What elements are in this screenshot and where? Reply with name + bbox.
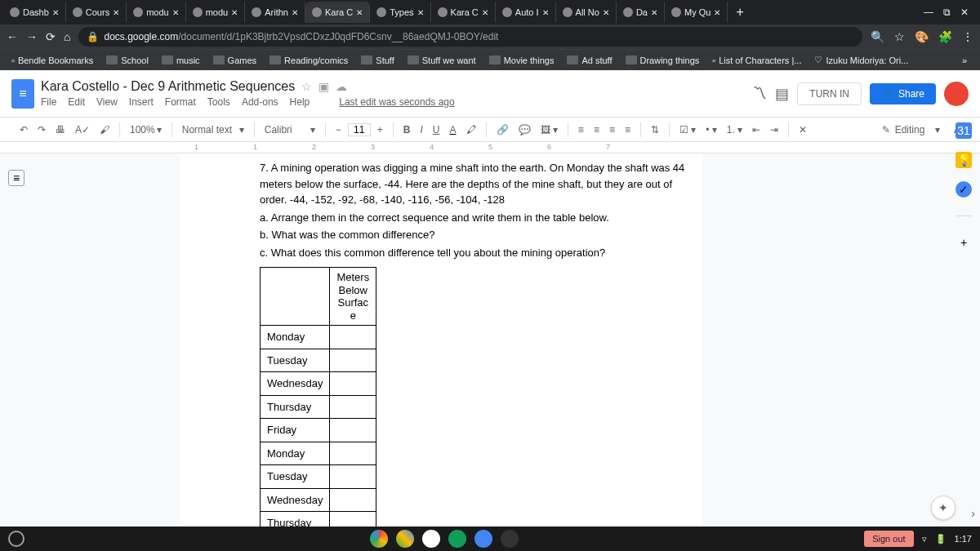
table-cell-value[interactable]: [330, 442, 376, 465]
clear-format-icon[interactable]: ✕: [795, 124, 810, 136]
new-tab-button[interactable]: +: [728, 5, 751, 20]
indent-icon[interactable]: ⇥: [767, 124, 782, 136]
font-size-input[interactable]: [348, 123, 371, 136]
paragraph-b[interactable]: b. What was the common difference?: [260, 227, 686, 243]
home-icon[interactable]: ⌂: [64, 30, 70, 43]
bookmark-item[interactable]: Stuff: [356, 55, 399, 65]
menu-format[interactable]: Format: [165, 96, 196, 108]
bookmark-item[interactable]: School: [101, 55, 154, 65]
share-button[interactable]: 👤Share: [870, 83, 936, 104]
zoom-select[interactable]: 100% ▾: [127, 124, 165, 136]
table-cell-day[interactable]: Monday: [261, 442, 330, 465]
align-center-icon[interactable]: ≡: [590, 124, 603, 136]
table-cell-value[interactable]: [330, 488, 376, 512]
table-cell-day[interactable]: Monday: [261, 326, 330, 349]
reload-icon[interactable]: ⟳: [46, 30, 56, 43]
menu-file[interactable]: File: [41, 96, 56, 108]
browser-tab[interactable]: modu✕: [127, 2, 186, 23]
table-cell-value[interactable]: [330, 419, 376, 442]
tab-close-icon[interactable]: ✕: [417, 8, 424, 17]
bookmark-item[interactable]: Drawing things: [621, 55, 705, 65]
table-cell-value[interactable]: [330, 395, 376, 419]
number-list-icon[interactable]: 1. ▾: [724, 124, 746, 136]
table-cell-day[interactable]: Tuesday: [261, 465, 330, 489]
bookmark-item[interactable]: Ad stuff: [562, 55, 617, 65]
outline-icon[interactable]: ≡: [8, 170, 24, 186]
browser-tab[interactable]: Da✕: [617, 2, 665, 23]
menu-add-ons[interactable]: Add-ons: [242, 96, 278, 108]
link-icon[interactable]: 🔗: [493, 124, 512, 136]
turn-in-button[interactable]: TURN IN: [797, 82, 862, 105]
table-cell-value[interactable]: [330, 465, 376, 489]
tab-close-icon[interactable]: ✕: [356, 8, 363, 17]
browser-tab[interactable]: Kara C✕: [431, 2, 496, 23]
outdent-icon[interactable]: ⇤: [749, 124, 764, 136]
text-color-icon[interactable]: A: [447, 124, 460, 136]
browser-tab[interactable]: Types✕: [370, 2, 430, 23]
align-left-icon[interactable]: ≡: [575, 124, 587, 136]
ruler[interactable]: 1 1 2 3 4 5 6 7: [0, 142, 980, 153]
tab-close-icon[interactable]: ✕: [651, 8, 657, 17]
bookmark-item[interactable]: Games: [208, 55, 261, 65]
keep-addon-icon[interactable]: 💡: [956, 152, 972, 168]
last-edit-link[interactable]: Last edit was seconds ago: [339, 96, 454, 108]
table-cell-day[interactable]: Thursday: [261, 512, 330, 527]
browser-tab[interactable]: Kara C✕: [305, 2, 370, 23]
explore-button[interactable]: ✦: [931, 495, 956, 520]
tab-close-icon[interactable]: ✕: [292, 8, 298, 17]
browser-tab[interactable]: Dashb✕: [3, 2, 66, 23]
puzzle-icon[interactable]: 🧩: [938, 30, 952, 43]
close-window-icon[interactable]: ✕: [960, 7, 969, 18]
addons-plus-icon[interactable]: +: [956, 234, 972, 251]
tab-close-icon[interactable]: ✕: [714, 8, 720, 17]
bookmark-item[interactable]: music: [157, 55, 205, 65]
document-page[interactable]: 7. A mining operation was digging a mine…: [180, 153, 702, 527]
camera-app-icon[interactable]: [474, 530, 492, 548]
font-size-dec[interactable]: −: [332, 124, 345, 136]
browser-tab[interactable]: All No✕: [556, 2, 617, 23]
checklist-icon[interactable]: ☑ ▾: [676, 124, 699, 136]
app-icon-3[interactable]: [422, 530, 440, 548]
bullet-list-icon[interactable]: • ▾: [702, 124, 720, 136]
comment-icon[interactable]: 💬: [515, 124, 534, 136]
scroll-right-icon[interactable]: ›: [971, 507, 975, 520]
app-icon-6[interactable]: [501, 530, 519, 548]
url-input[interactable]: 🔒 docs.google.com/document/d/1pK3Bjtrb2V…: [78, 27, 862, 47]
clock[interactable]: 1:17: [955, 534, 972, 544]
days-table[interactable]: MetersBelowSurface MondayTuesdayWednesda…: [260, 267, 376, 527]
activity-icon[interactable]: 〽: [752, 85, 767, 102]
table-cell-day[interactable]: Wednesday: [261, 488, 330, 512]
battery-icon[interactable]: 🔋: [935, 534, 947, 544]
image-icon[interactable]: 🖼 ▾: [537, 124, 561, 136]
comments-icon[interactable]: ▤: [775, 85, 789, 103]
style-select[interactable]: Normal text ▾: [179, 124, 247, 136]
wifi-icon[interactable]: ▿: [922, 534, 927, 544]
move-icon[interactable]: ▣: [318, 80, 329, 93]
bold-icon[interactable]: B: [400, 124, 414, 136]
tab-close-icon[interactable]: ✕: [113, 8, 119, 17]
align-right-icon[interactable]: ≡: [606, 124, 618, 136]
tab-close-icon[interactable]: ✕: [542, 8, 549, 17]
launcher-icon[interactable]: [8, 531, 24, 547]
tasks-addon-icon[interactable]: ✓: [956, 181, 972, 198]
star-icon[interactable]: ☆: [894, 30, 905, 43]
cloud-icon[interactable]: ☁: [336, 80, 347, 93]
chrome-app-icon[interactable]: [370, 530, 388, 548]
redo-icon[interactable]: ↷: [34, 124, 49, 136]
bookmark-item[interactable]: Stuff we want: [403, 55, 481, 65]
account-avatar[interactable]: [944, 82, 969, 106]
tab-close-icon[interactable]: ✕: [52, 8, 59, 17]
menu-tools[interactable]: Tools: [207, 96, 230, 108]
sign-out-button[interactable]: Sign out: [864, 531, 913, 547]
tab-close-icon[interactable]: ✕: [231, 8, 238, 17]
browser-tab[interactable]: Auto I✕: [496, 2, 556, 23]
align-justify-icon[interactable]: ≡: [621, 124, 634, 136]
browser-tab[interactable]: My Qu✕: [665, 2, 728, 23]
print-icon[interactable]: 🖶: [52, 124, 69, 136]
table-cell-value[interactable]: [330, 326, 376, 349]
table-cell-value[interactable]: [330, 349, 376, 372]
paragraph-7[interactable]: 7. A mining operation was digging a mine…: [260, 160, 686, 208]
italic-icon[interactable]: I: [416, 124, 425, 136]
extension-icon[interactable]: 🎨: [915, 30, 929, 43]
underline-icon[interactable]: U: [430, 124, 443, 136]
